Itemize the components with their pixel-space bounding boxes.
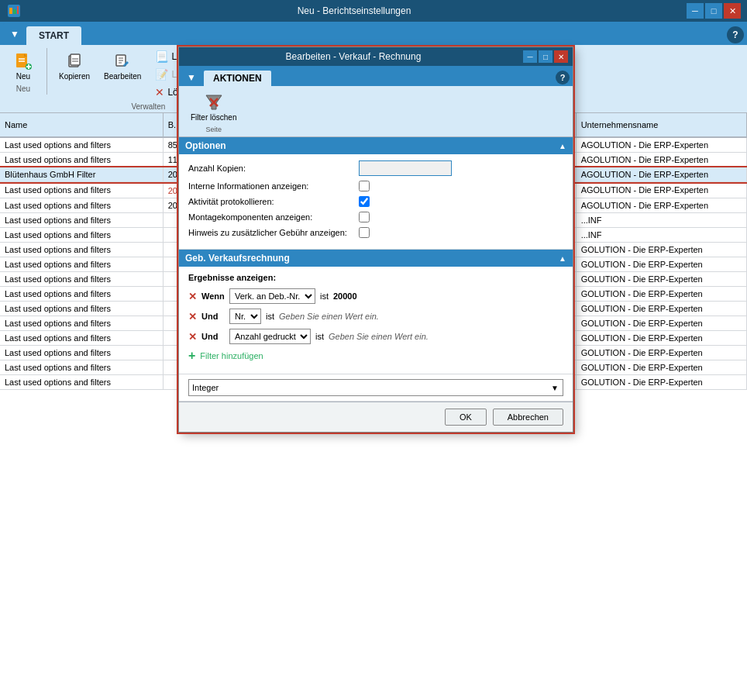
modal-help-button[interactable]: ? [556, 71, 570, 84]
modal-body: Optionen ▲ Anzahl Kopien: Interne Inform… [179, 137, 573, 432]
loeschen-icon: ✕ [155, 86, 164, 98]
hinweis-row: Hinweis zu zusätzlicher Gebühr anzeigen: [188, 227, 563, 238]
optionen-collapse-icon: ▲ [559, 142, 566, 150]
help-button[interactable]: ? [727, 26, 744, 43]
new-button[interactable]: Neu [6, 48, 40, 83]
table-cell: GOLUTION - Die ERP-Experten [576, 346, 746, 360]
table-cell: GOLUTION - Die ERP-Experten [576, 272, 746, 287]
table-cell: Last used options and filters [0, 360, 163, 375]
modal-ribbon-dropdown[interactable]: ▼ [182, 69, 201, 86]
col-name[interactable]: Name [0, 113, 163, 137]
geb-header-label: Geb. Verkaufsrechnung [185, 253, 290, 264]
interne-info-checkbox[interactable] [359, 181, 370, 191]
new-button-label: Neu [16, 72, 30, 81]
filter-remove-2[interactable]: ✕ [188, 311, 197, 322]
table-cell: Blütenhaus GmbH Filter [0, 167, 163, 182]
tab-start-label: START [39, 30, 69, 41]
table-cell: GOLUTION - Die ERP-Experten [576, 243, 746, 257]
aktivitaet-label: Aktivität protokollieren: [188, 197, 359, 206]
tab-start[interactable]: START [26, 26, 81, 45]
filter-connector-3: Und [201, 332, 225, 341]
table-cell: GOLUTION - Die ERP-Experten [576, 316, 746, 331]
table-cell: Last used options and filters [0, 302, 163, 316]
modal-minimize-button[interactable]: ─ [523, 50, 537, 63]
svg-rect-3 [17, 6, 19, 14]
table-cell: ...INF [576, 213, 746, 228]
filter-value-2: Geben Sie einen Wert ein. [279, 312, 379, 321]
add-filter-icon: + [188, 349, 195, 363]
aktivitaet-checkbox[interactable] [359, 196, 370, 207]
bearbeiten-label: Bearbeiten [104, 72, 141, 81]
filter-row-1: ✕ Wenn Verk. an Deb.-Nr. ist 20000 [188, 288, 563, 304]
table-cell: Last used options and filters [0, 331, 163, 346]
filter-field-select-2[interactable]: Nr. [229, 309, 261, 324]
modal-ribbon: Filter löschen Seite [179, 86, 573, 137]
table-cell: Last used options and filters [0, 257, 163, 272]
table-cell: AGOLUTION - Die ERP-Experten [576, 153, 746, 167]
kopieren-button[interactable]: Kopieren [53, 48, 95, 83]
modal-maximize-button[interactable]: □ [539, 50, 553, 63]
filter-remove-1[interactable]: ✕ [188, 291, 197, 302]
table-cell: AGOLUTION - Die ERP-Experten [576, 137, 746, 153]
table-cell: Last used options and filters [0, 375, 163, 390]
interne-info-row: Interne Informationen anzeigen: [188, 181, 563, 191]
table-cell: Last used options and filters [0, 316, 163, 331]
close-button[interactable]: ✕ [724, 3, 741, 19]
filter-field-select-1[interactable]: Verk. an Deb.-Nr. [229, 288, 315, 304]
window-title: Neu - Berichtseinstellungen [22, 5, 687, 16]
filter-op-1: ist [320, 291, 329, 301]
ok-button[interactable]: OK [445, 409, 487, 426]
filter-field-select-3[interactable]: Anzahl gedruckt [229, 329, 311, 344]
aktivitaet-row: Aktivität protokollieren: [188, 196, 563, 207]
filter-value-3: Geben Sie einen Wert ein. [329, 332, 429, 341]
optionen-section-header[interactable]: Optionen ▲ [179, 137, 573, 154]
modal-close-button[interactable]: ✕ [554, 50, 568, 63]
col-firma[interactable]: Unternehmensname [576, 113, 746, 137]
add-filter-button[interactable]: Filter hinzufügen [200, 351, 263, 360]
hinweis-checkbox[interactable] [359, 227, 370, 238]
anzahl-kopien-input[interactable] [359, 160, 452, 176]
filter-remove-3[interactable]: ✕ [188, 331, 197, 343]
modal-tab-label: AKTIONEN [213, 73, 262, 84]
filter-op-2: ist [266, 312, 274, 321]
type-dropdown[interactable]: Integer String Boolean Date [188, 379, 563, 396]
montage-label: Montagekomponenten anzeigen: [188, 212, 359, 222]
table-cell: ...INF [576, 228, 746, 243]
new-icon [12, 50, 34, 72]
kopieren-icon [64, 50, 85, 72]
ribbon-dropdown-button[interactable]: ▼ [3, 23, 26, 45]
bearbeiten-icon [112, 50, 133, 72]
table-cell: Last used options and filters [0, 346, 163, 360]
table-cell: AGOLUTION - Die ERP-Experten [576, 198, 746, 213]
modal-title: Bearbeiten - Verkauf - Rechnung [184, 51, 523, 62]
app-icon [6, 3, 22, 19]
svg-rect-1 [9, 8, 12, 14]
liste-anzeigen-icon: 📃 [155, 50, 168, 63]
modal-dialog: Bearbeiten - Verkauf - Rechnung ─ □ ✕ ▼ … [178, 47, 573, 433]
ribbon-group-new-label: Neu [6, 84, 40, 95]
interne-info-label: Interne Informationen anzeigen: [188, 181, 359, 191]
optionen-section-body: Anzahl Kopien: Interne Informationen anz… [179, 154, 573, 250]
filter-value-1: 20000 [333, 291, 357, 301]
table-cell: GOLUTION - Die ERP-Experten [576, 302, 746, 316]
svg-rect-12 [71, 54, 80, 65]
table-cell: GOLUTION - Die ERP-Experten [576, 257, 746, 272]
dropdown-section: Integer String Boolean Date ▼ [179, 374, 573, 402]
table-cell: Last used options and filters [0, 182, 163, 198]
filter-loeschen-button[interactable]: Filter löschen [185, 89, 242, 124]
filter-connector-1: Wenn [201, 291, 225, 301]
modal-ribbon-seite-label: Seite [205, 126, 222, 133]
bearbeiten-button[interactable]: Bearbeiten [98, 48, 146, 83]
table-cell: GOLUTION - Die ERP-Experten [576, 375, 746, 390]
table-cell: Last used options and filters [0, 228, 163, 243]
geb-section-header[interactable]: Geb. Verkaufsrechnung ▲ [179, 250, 573, 267]
table-cell: Last used options and filters [0, 287, 163, 302]
svg-rect-2 [13, 9, 16, 14]
cancel-button[interactable]: Abbrechen [493, 409, 563, 426]
title-bar: Neu - Berichtseinstellungen ─ □ ✕ [0, 0, 747, 22]
modal-tab-aktionen[interactable]: AKTIONEN [204, 71, 271, 86]
minimize-button[interactable]: ─ [687, 3, 704, 19]
table-cell: Last used options and filters [0, 137, 163, 153]
montage-checkbox[interactable] [359, 212, 370, 222]
maximize-button[interactable]: □ [705, 3, 722, 19]
